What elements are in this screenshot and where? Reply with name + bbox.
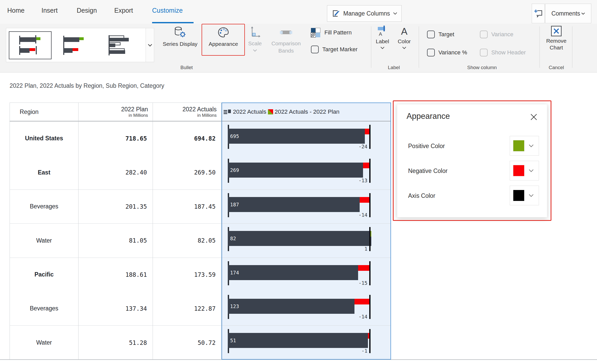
gallery-thumb-bullet-variance[interactable]: [53, 31, 96, 59]
gallery-more-button[interactable]: [146, 28, 154, 62]
variance-block: [358, 265, 369, 271]
actuals-bar: 51: [228, 333, 368, 348]
header-actuals: 2022 Actuals in Millions: [153, 103, 222, 121]
bullet-plot: 123-14: [228, 292, 388, 325]
data-table: Region 2022 Plan in Millions 2022 Actual…: [10, 103, 391, 360]
bar-value-label: 187: [230, 197, 239, 212]
comparison-bands-button[interactable]: Comparison Bands: [265, 26, 307, 54]
variance-block: [360, 197, 369, 203]
variance-value-label: -13: [228, 178, 367, 183]
checkbox-icon: [480, 31, 488, 38]
header-chart[interactable]: 2022 Actuals 2022 Actuals - 2022 Plan: [222, 103, 391, 121]
table-row: Pacific188.61173.59174-15: [10, 258, 391, 292]
manage-columns-label: Manage Columns: [343, 10, 390, 17]
fill-pattern-button[interactable]: Fill Pattern: [310, 27, 352, 38]
chart-style-gallery: [6, 28, 146, 62]
variance-pct-label: Variance %: [438, 49, 467, 56]
axis-color-dropdown[interactable]: [510, 186, 539, 205]
label-button[interactable]: A Label: [374, 25, 391, 49]
plan-target-line: [369, 193, 371, 217]
header-region: Region: [10, 103, 79, 121]
bullet-chart-cell[interactable]: 174-15: [222, 258, 391, 292]
target-marker-checkbox[interactable]: Target Marker: [311, 46, 358, 53]
plan-target-line: [369, 329, 371, 353]
comments-button[interactable]: Comments: [545, 4, 591, 23]
table-row: Beverages201.35187.45187-14: [10, 190, 391, 223]
region-cell: Beverages: [10, 190, 79, 223]
tab-export[interactable]: Export: [114, 7, 133, 14]
comparison-label-line1: Comparison: [271, 40, 301, 47]
tab-design[interactable]: Design: [77, 7, 97, 14]
bullet-chart-thumbnail-icon: [58, 34, 91, 57]
axis-color-swatch: [513, 190, 524, 201]
plan-value-cell: 81.05: [79, 223, 153, 257]
header-actuals-title: 2022 Actuals: [182, 106, 217, 113]
variance-checkbox[interactable]: Variance: [480, 31, 513, 38]
plan-target-line: [369, 295, 371, 319]
remove-chart-label-line1: Remove: [546, 38, 566, 44]
appearance-palette-icon: [217, 26, 230, 39]
gallery-thumb-bullet-axis-variance[interactable]: [9, 31, 52, 59]
actuals-bar: 269: [228, 163, 363, 178]
tab-insert[interactable]: Insert: [41, 7, 58, 14]
target-label: Target: [438, 31, 454, 38]
checkbox-icon: [427, 49, 435, 56]
appearance-button[interactable]: Appearance: [204, 26, 243, 47]
plan-target-line: [369, 227, 371, 251]
variance-value-label: -15: [228, 280, 367, 286]
actuals-value-cell: 187.45: [153, 190, 222, 223]
plan-value-cell: 282.40: [79, 155, 153, 189]
variance-block: [363, 163, 369, 168]
table-body: United States718.65694.82695-24East282.4…: [10, 121, 391, 360]
bullet-plot: 51-1: [228, 326, 388, 359]
region-cell: Water: [10, 325, 79, 359]
gallery-thumb-bullet-overlapped[interactable]: [98, 31, 141, 59]
chevron-down-icon: [529, 169, 534, 172]
comparison-bands-icon: [279, 26, 293, 39]
remove-chart-button[interactable]: Remove Chart: [544, 25, 569, 51]
negative-color-dropdown[interactable]: [510, 161, 539, 180]
label-color-button[interactable]: A Color: [394, 25, 414, 49]
checkbox-icon: [480, 49, 488, 56]
table-row: Water51.2850.7251-1: [10, 325, 391, 359]
tab-customize[interactable]: Customize: [152, 7, 183, 14]
positive-color-label: Positive Color: [408, 143, 445, 150]
panel-close-button[interactable]: [530, 113, 538, 122]
region-cell: Beverages: [10, 292, 79, 325]
bullet-chart-cell[interactable]: 187-14: [222, 190, 391, 223]
target-checkbox[interactable]: Target: [427, 31, 454, 38]
bullet-chart-cell[interactable]: 123-14: [222, 292, 391, 325]
appearance-panel-title: Appearance: [407, 112, 450, 121]
add-comment-button[interactable]: [532, 4, 545, 23]
actuals-bar: 82: [228, 231, 371, 246]
negative-color-label: Negative Color: [408, 168, 447, 174]
axis-color-label: Axis Color: [408, 192, 435, 199]
variance-pct-checkbox[interactable]: Variance %: [427, 49, 467, 56]
scale-label: Scale: [248, 40, 262, 47]
header-actuals-subtitle: in Millions: [197, 113, 217, 118]
positive-color-dropdown[interactable]: [510, 136, 539, 156]
bullet-chart-cell[interactable]: 51-1: [222, 325, 391, 359]
bullet-chart-cell[interactable]: 821: [222, 223, 391, 257]
actuals-bar: 174: [228, 265, 358, 280]
series-display-button[interactable]: Series Display: [159, 26, 201, 47]
actuals-value-cell: 173.59: [153, 258, 222, 292]
bar-value-label: 123: [230, 299, 239, 314]
manage-columns-button[interactable]: Manage Columns: [327, 5, 402, 22]
plan-value-cell: 188.61: [79, 258, 153, 292]
show-header-label: Show Header: [491, 49, 526, 56]
plan-target-line: [369, 125, 371, 149]
plan-target-line: [369, 159, 371, 183]
appearance-panel: Appearance Positive Color Negative Color…: [397, 104, 547, 217]
table-row: East282.40269.50269-13: [10, 155, 391, 189]
tab-home[interactable]: Home: [7, 7, 25, 14]
show-header-checkbox[interactable]: Show Header: [480, 49, 526, 56]
bar-value-label: 51: [230, 333, 236, 348]
table-row: United States718.65694.82695-24: [10, 121, 391, 155]
bullet-chart-cell[interactable]: 269-13: [222, 155, 391, 189]
group-label-cancel: Cancel: [539, 65, 574, 70]
scale-button[interactable]: Scale: [246, 26, 264, 52]
bar-series-legend-icon: [224, 109, 231, 115]
group-label-show-column: Show column: [451, 65, 513, 70]
bullet-chart-cell[interactable]: 695-24: [222, 121, 391, 155]
